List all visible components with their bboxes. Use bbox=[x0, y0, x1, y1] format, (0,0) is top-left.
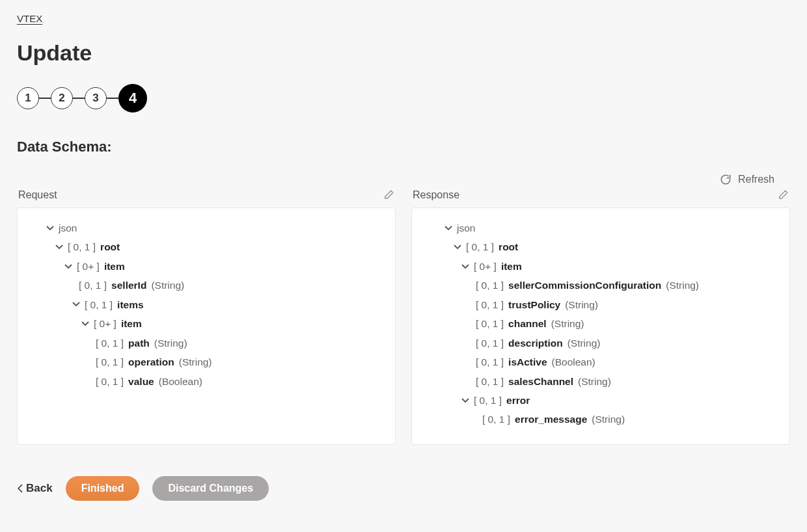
back-label: Back bbox=[26, 482, 53, 495]
tree-card: [ 0, 1 ] bbox=[476, 334, 504, 352]
tree-field-name: trustPolicy bbox=[508, 295, 560, 314]
response-label: Response bbox=[413, 189, 459, 201]
tree-card: [ 0, 1 ] bbox=[474, 391, 502, 410]
tree-row[interactable]: [ 0, 1 ] isActive (Boolean) bbox=[424, 352, 778, 371]
tree-field-name: channel bbox=[508, 314, 547, 333]
chevron-down-icon bbox=[55, 243, 63, 251]
tree-field-type: (String) bbox=[179, 352, 212, 371]
chevron-down-icon bbox=[454, 243, 461, 251]
tree-field-type: (String) bbox=[154, 334, 187, 352]
section-heading-data-schema: Data Schema: bbox=[17, 139, 790, 155]
tree-row[interactable]: [ 0+ ] item bbox=[424, 257, 778, 276]
tree-row[interactable]: [ 0+ ] item bbox=[29, 314, 383, 333]
tree-field-type: (String) bbox=[592, 410, 625, 429]
tree-card: [ 0, 1 ] bbox=[85, 295, 113, 314]
tree-row[interactable]: [ 0, 1 ] description (String) bbox=[424, 334, 778, 352]
tree-field-name: path bbox=[128, 334, 150, 352]
tree-field-type: (String) bbox=[568, 334, 601, 352]
stepper: 1 2 3 4 bbox=[17, 84, 790, 113]
tree-card: [ 0+ ] bbox=[474, 257, 497, 276]
tree-row[interactable]: [ 0, 1 ] operation (String) bbox=[29, 352, 383, 371]
tree-row[interactable]: [ 0, 1 ] trustPolicy (String) bbox=[424, 295, 778, 314]
back-button[interactable]: Back bbox=[17, 482, 53, 495]
tree-field-name: sellerCommissionConfiguration bbox=[508, 276, 661, 295]
tree-card: [ 0, 1 ] bbox=[476, 295, 504, 314]
tree-field-name: sellerId bbox=[111, 276, 146, 295]
response-schema-panel: json [ 0, 1 ] root [ 0+ ] item [ 0, 1 ] … bbox=[411, 207, 790, 445]
tree-node-label: json bbox=[457, 219, 475, 237]
chevron-down-icon bbox=[445, 224, 452, 232]
edit-request-icon[interactable] bbox=[383, 189, 394, 201]
tree-card: [ 0, 1 ] bbox=[476, 276, 504, 295]
tree-row[interactable]: [ 0+ ] item bbox=[29, 257, 383, 276]
chevron-down-icon bbox=[72, 300, 80, 308]
tree-card: [ 0, 1 ] bbox=[96, 372, 124, 391]
tree-row[interactable]: [ 0, 1 ] path (String) bbox=[29, 334, 383, 352]
tree-field-name: root bbox=[499, 237, 518, 256]
tree-field-name: item bbox=[104, 257, 125, 276]
tree-row[interactable]: [ 0, 1 ] error_message (String) bbox=[424, 410, 778, 429]
tree-field-name: item bbox=[501, 257, 522, 276]
tree-field-type: (String) bbox=[578, 372, 611, 391]
tree-card: [ 0, 1 ] bbox=[79, 276, 107, 295]
refresh-button[interactable]: Refresh bbox=[720, 174, 774, 185]
tree-field-name: error_message bbox=[515, 410, 587, 429]
tree-card: [ 0, 1 ] bbox=[96, 334, 124, 352]
tree-card: [ 0+ ] bbox=[77, 257, 100, 276]
tree-field-name: root bbox=[100, 237, 120, 256]
tree-card: [ 0+ ] bbox=[94, 314, 116, 333]
tree-row[interactable]: [ 0, 1 ] salesChannel (String) bbox=[424, 372, 778, 391]
tree-field-type: (Boolean) bbox=[552, 352, 595, 371]
tree-field-name: value bbox=[128, 372, 154, 391]
step-connector bbox=[39, 98, 51, 99]
tree-field-type: (String) bbox=[565, 295, 598, 314]
tree-card: [ 0, 1 ] bbox=[476, 314, 504, 333]
tree-field-type: (String) bbox=[666, 276, 699, 295]
tree-field-name: item bbox=[121, 314, 142, 333]
tree-card: [ 0, 1 ] bbox=[68, 237, 96, 256]
discard-changes-button[interactable]: Discard Changes bbox=[152, 476, 269, 501]
tree-row[interactable]: [ 0, 1 ] root bbox=[424, 237, 778, 256]
tree-field-name: error bbox=[506, 391, 530, 410]
tree-row[interactable]: [ 0, 1 ] root bbox=[29, 237, 383, 256]
tree-field-name: isActive bbox=[508, 352, 547, 371]
chevron-down-icon bbox=[46, 224, 54, 232]
tree-row[interactable]: [ 0, 1 ] sellerCommissionConfiguration (… bbox=[424, 276, 778, 295]
tree-node-label: json bbox=[59, 219, 77, 237]
tree-field-name: items bbox=[117, 295, 144, 314]
step-connector bbox=[107, 98, 118, 99]
finished-button[interactable]: Finished bbox=[66, 476, 140, 501]
step-4[interactable]: 4 bbox=[118, 84, 147, 113]
tree-card: [ 0, 1 ] bbox=[96, 352, 124, 371]
tree-row[interactable]: json bbox=[424, 219, 778, 237]
refresh-icon bbox=[720, 174, 732, 185]
step-3[interactable]: 3 bbox=[85, 87, 107, 109]
tree-row[interactable]: [ 0, 1 ] channel (String) bbox=[424, 314, 778, 333]
tree-field-name: operation bbox=[128, 352, 174, 371]
page-title: Update bbox=[17, 40, 790, 66]
tree-card: [ 0, 1 ] bbox=[476, 372, 504, 391]
tree-row[interactable]: [ 0, 1 ] value (Boolean) bbox=[29, 372, 383, 391]
chevron-down-icon bbox=[64, 263, 72, 271]
request-schema-panel: json [ 0, 1 ] root [ 0+ ] item [ 0, 1 ] … bbox=[17, 207, 396, 445]
chevron-left-icon bbox=[17, 484, 23, 493]
chevron-down-icon bbox=[461, 263, 469, 271]
tree-row[interactable]: [ 0, 1 ] error bbox=[424, 391, 778, 410]
tree-field-name: description bbox=[508, 334, 563, 352]
tree-card: [ 0, 1 ] bbox=[466, 237, 494, 256]
refresh-label: Refresh bbox=[738, 174, 774, 185]
tree-card: [ 0, 1 ] bbox=[482, 410, 510, 429]
chevron-down-icon bbox=[461, 397, 469, 405]
chevron-down-icon bbox=[81, 320, 89, 328]
tree-row[interactable]: json bbox=[29, 219, 383, 237]
tree-field-type: (Boolean) bbox=[159, 372, 202, 391]
breadcrumb-root[interactable]: VTEX bbox=[17, 13, 42, 24]
tree-row[interactable]: [ 0, 1 ] items bbox=[29, 295, 383, 314]
step-1[interactable]: 1 bbox=[17, 87, 39, 109]
step-connector bbox=[73, 98, 85, 99]
step-2[interactable]: 2 bbox=[51, 87, 73, 109]
request-label: Request bbox=[18, 189, 57, 201]
edit-response-icon[interactable] bbox=[777, 189, 789, 201]
tree-field-name: salesChannel bbox=[508, 372, 573, 391]
tree-row[interactable]: [ 0, 1 ] sellerId (String) bbox=[29, 276, 383, 295]
